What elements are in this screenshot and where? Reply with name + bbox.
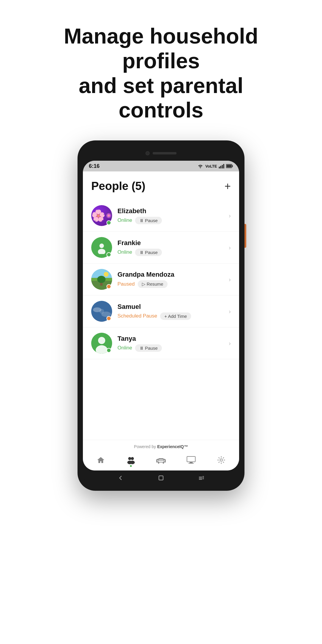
- nav-item-home[interactable]: [96, 456, 106, 465]
- chevron-right-samuel: ›: [229, 308, 231, 315]
- avatar-wrap-tanya: [91, 333, 112, 354]
- status-label-tanya: Online: [117, 345, 132, 351]
- svg-rect-48: [199, 477, 202, 477]
- svg-rect-2: [222, 165, 223, 168]
- settings-icon: [216, 456, 226, 465]
- app-content: People (5) +: [83, 171, 239, 440]
- svg-point-46: [220, 459, 222, 461]
- person-info-elizabeth: Elizabeth Online ⏸ Pause: [117, 207, 229, 224]
- svg-rect-1: [220, 166, 221, 168]
- monitor-icon: [186, 456, 196, 465]
- person-name-frankie: Frankie: [117, 239, 229, 247]
- svg-rect-53: [202, 479, 204, 479]
- list-item[interactable]: Elizabeth Online ⏸ Pause ›: [83, 200, 239, 232]
- android-back-button[interactable]: [117, 474, 125, 482]
- svg-rect-3: [223, 164, 224, 168]
- svg-point-31: [98, 337, 105, 344]
- list-item[interactable]: Frankie Online ⏸ Pause ›: [83, 232, 239, 264]
- person-info-samuel: Samuel Scheduled Pause + Add Time: [117, 303, 229, 320]
- brand-label: ExperienceIQ™: [157, 444, 188, 449]
- person-name-grandpa: Grandpa Mendoza: [117, 271, 229, 278]
- chevron-right-grandpa: ›: [229, 276, 231, 283]
- nav-item-people[interactable]: [126, 456, 136, 465]
- nav-item-monitor[interactable]: [186, 456, 196, 465]
- signal-icon: [219, 164, 224, 168]
- android-recents-button[interactable]: [197, 474, 205, 482]
- list-item[interactable]: Tanya Online ⏸ Pause ›: [83, 327, 239, 359]
- person-status-row-grandpa: Paused ▷ Resume: [117, 280, 229, 288]
- person-info-frankie: Frankie Online ⏸ Pause: [117, 239, 229, 256]
- phone-camera: [145, 151, 150, 155]
- svg-point-36: [130, 461, 135, 464]
- status-dot-samuel: [106, 316, 111, 321]
- nav-active-dot: [130, 465, 132, 467]
- pause-button-tanya[interactable]: ⏸ Pause: [135, 344, 162, 352]
- svg-rect-42: [163, 462, 164, 464]
- svg-point-23: [104, 272, 109, 277]
- svg-rect-41: [158, 462, 159, 464]
- avatar-wrap-samuel: [91, 301, 112, 322]
- svg-point-16: [108, 214, 110, 217]
- chevron-right-frankie: ›: [229, 244, 231, 251]
- battery-icon: [226, 164, 233, 168]
- svg-rect-43: [187, 456, 195, 462]
- pause-button-elizabeth[interactable]: ⏸ Pause: [135, 217, 162, 224]
- svg-point-18: [99, 244, 104, 248]
- status-time: 6:16: [89, 163, 100, 169]
- person-status-row-elizabeth: Online ⏸ Pause: [117, 217, 229, 224]
- app-header: People (5) +: [83, 171, 239, 200]
- person-name-tanya: Tanya: [117, 335, 229, 343]
- phone-bezel-top: [83, 146, 239, 161]
- list-item[interactable]: Samuel Scheduled Pause + Add Time ›: [83, 295, 239, 327]
- avatar-wrap-elizabeth: [91, 205, 112, 226]
- status-dot-tanya: [106, 348, 111, 353]
- bottom-nav-wrap: Powered by ExperienceIQ™: [83, 440, 239, 470]
- hero-text: Manage household profiles and set parent…: [27, 0, 295, 140]
- status-label-samuel: Scheduled Pause: [117, 313, 157, 319]
- chevron-right-tanya: ›: [229, 340, 231, 347]
- resume-button-grandpa[interactable]: ▷ Resume: [138, 280, 168, 288]
- list-item[interactable]: Grandpa Mendoza Paused ▷ Resume ›: [83, 264, 239, 295]
- svg-rect-44: [190, 462, 193, 463]
- person-status-row-tanya: Online ⏸ Pause: [117, 344, 229, 352]
- svg-point-33: [128, 457, 131, 460]
- wifi-icon: [197, 164, 204, 168]
- nav-item-devices[interactable]: [156, 456, 166, 465]
- status-bar: 6:16 VoLTE: [83, 161, 239, 171]
- nav-item-settings[interactable]: [216, 456, 226, 465]
- svg-point-25: [97, 276, 106, 283]
- avatar-wrap-grandpa: [91, 269, 112, 290]
- svg-rect-50: [199, 479, 202, 480]
- status-label-elizabeth: Online: [117, 217, 132, 223]
- status-dot-elizabeth: [106, 220, 111, 225]
- home-icon: [96, 456, 106, 465]
- phone-screen: 6:16 VoLTE People (5) +: [83, 161, 239, 470]
- person-name-samuel: Samuel: [117, 303, 229, 311]
- phone-speaker: [153, 152, 177, 154]
- status-dot-frankie: [106, 252, 111, 257]
- status-dot-grandpa: [106, 284, 111, 289]
- status-label-grandpa: Paused: [117, 281, 135, 287]
- couch-icon: [156, 456, 166, 465]
- svg-rect-5: [232, 165, 233, 167]
- svg-rect-49: [199, 478, 202, 479]
- status-icons: VoLTE: [197, 164, 233, 168]
- volte-label: VoLTE: [205, 164, 217, 168]
- svg-point-29: [99, 309, 104, 314]
- people-icon: [126, 456, 136, 465]
- person-status-row-frankie: Online ⏸ Pause: [117, 249, 229, 256]
- hero-line2: and set parental controls: [79, 74, 243, 122]
- svg-rect-47: [159, 476, 163, 480]
- svg-rect-0: [219, 167, 220, 168]
- phone-bottom-bar: [83, 470, 239, 485]
- svg-rect-6: [227, 165, 232, 168]
- add-time-button-samuel[interactable]: + Add Time: [160, 312, 191, 320]
- pause-button-frankie[interactable]: ⏸ Pause: [135, 249, 162, 256]
- person-name-elizabeth: Elizabeth: [117, 207, 229, 215]
- android-home-button[interactable]: [157, 474, 165, 482]
- svg-rect-45: [188, 463, 194, 464]
- add-person-button[interactable]: +: [225, 180, 231, 193]
- svg-rect-52: [202, 477, 204, 478]
- phone-shell: 6:16 VoLTE People (5) +: [78, 140, 244, 491]
- avatar-wrap-frankie: [91, 237, 112, 258]
